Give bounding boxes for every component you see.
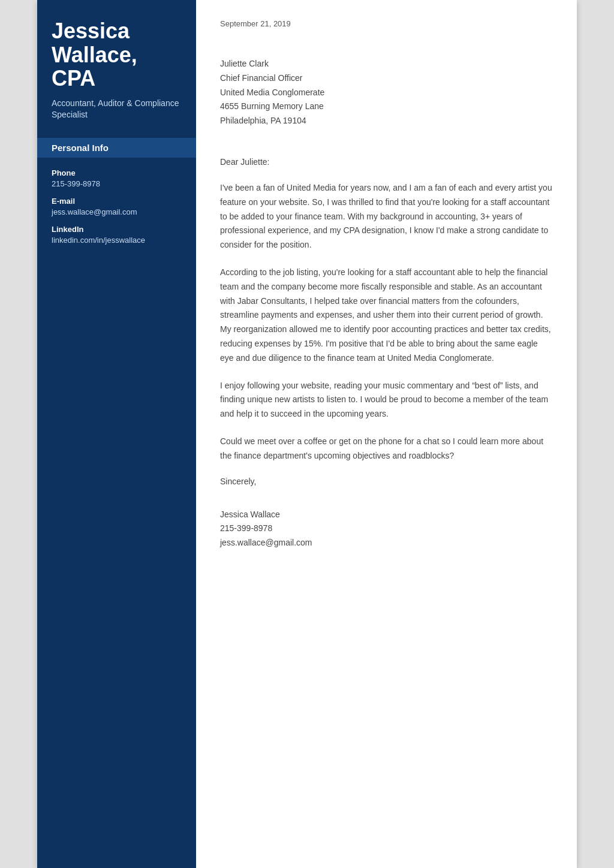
cover-letter-page: Jessica Wallace, CPA Accountant, Auditor… <box>37 0 577 868</box>
recipient-address1: 4655 Burning Memory Lane <box>220 100 553 114</box>
closing: Sincerely, <box>220 477 553 486</box>
letter-content: September 21, 2019 Juliette Clark Chief … <box>196 0 577 868</box>
letter-date: September 21, 2019 <box>220 19 553 28</box>
body-paragraph-3: I enjoy following your website, reading … <box>220 379 553 421</box>
sidebar: Jessica Wallace, CPA Accountant, Auditor… <box>37 0 196 868</box>
personal-info-header: Personal Info <box>37 138 196 158</box>
salutation: Dear Juliette: <box>220 157 553 167</box>
phone-label: Phone <box>52 168 182 177</box>
body-paragraph-2: According to the job listing, you're loo… <box>220 266 553 366</box>
body-paragraph-4: Could we meet over a coffee or get on th… <box>220 435 553 463</box>
body-paragraph-1: I've been a fan of United Media for year… <box>220 181 553 252</box>
phone-value: 215-399-8978 <box>52 179 182 188</box>
recipient-name: Juliette Clark <box>220 57 553 71</box>
applicant-name: Jessica Wallace, CPA <box>52 19 182 91</box>
linkedin-label: LinkedIn <box>52 225 182 234</box>
email-label: E-mail <box>52 197 182 206</box>
recipient-block: Juliette Clark Chief Financial Officer U… <box>220 57 553 128</box>
recipient-company: United Media Conglomerate <box>220 86 553 100</box>
sig-email: jess.wallace@gmail.com <box>220 536 553 550</box>
linkedin-value: linkedin.com/in/jesswallace <box>52 236 182 245</box>
signature-block: Jessica Wallace 215-399-8978 jess.wallac… <box>220 508 553 550</box>
sig-phone: 215-399-8978 <box>220 522 553 536</box>
recipient-address2: Philadelphia, PA 19104 <box>220 114 553 128</box>
email-value: jess.wallace@gmail.com <box>52 207 182 216</box>
applicant-title: Accountant, Auditor & Compliance Special… <box>52 98 182 121</box>
recipient-title: Chief Financial Officer <box>220 71 553 86</box>
sig-name: Jessica Wallace <box>220 508 553 522</box>
